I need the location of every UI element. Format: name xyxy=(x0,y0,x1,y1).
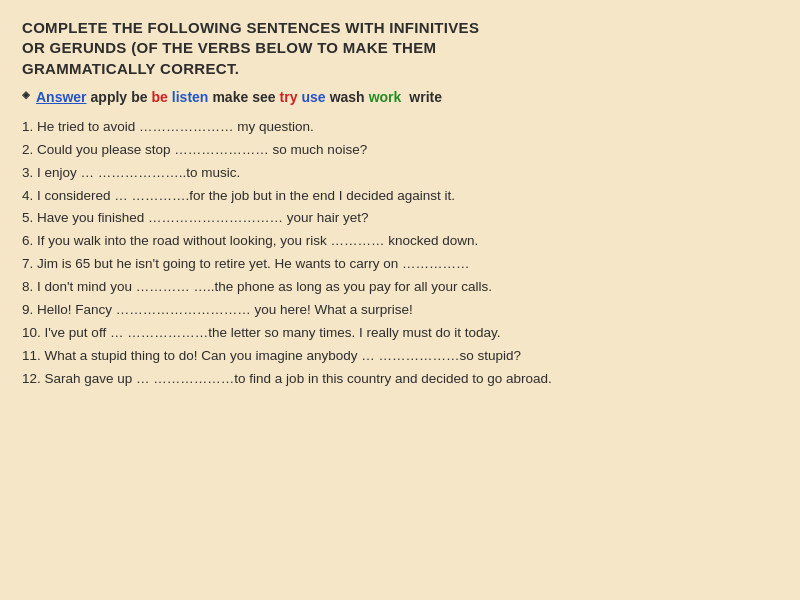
word-be1: be xyxy=(131,89,147,105)
word-try: try xyxy=(280,89,298,105)
word-see: see xyxy=(252,89,275,105)
word-be2: be xyxy=(152,89,168,105)
title-line2: OR GERUNDS (OF THE VERBS BELOW TO MAKE T… xyxy=(22,39,436,56)
list-item: 11. What a stupid thing to do! Can you i… xyxy=(22,346,778,367)
list-item: 10. I've put off … ………………the letter so m… xyxy=(22,323,778,344)
word-listen: listen xyxy=(172,89,209,105)
title-line3: GRAMMATICALLY CORRECT. xyxy=(22,60,239,77)
list-item: 4. I considered … ………….for the job but i… xyxy=(22,186,778,207)
list-item: 6. If you walk into the road without loo… xyxy=(22,231,778,252)
list-item: 9. Hello! Fancy ………………………… you here! Wha… xyxy=(22,300,778,321)
list-item: 7. Jim is 65 but he isn't going to retir… xyxy=(22,254,778,275)
list-item: 2. Could you please stop ………………… so much… xyxy=(22,140,778,161)
title-line1: COMPLETE THE FOLLOWING SENTENCES WITH IN… xyxy=(22,19,479,36)
main-container: COMPLETE THE FOLLOWING SENTENCES WITH IN… xyxy=(0,0,800,600)
title-block: COMPLETE THE FOLLOWING SENTENCES WITH IN… xyxy=(22,18,778,79)
answer-line: Answer apply be be listen make see try u… xyxy=(22,89,778,105)
word-work: work xyxy=(369,89,402,105)
list-item: 3. I enjoy … ………………..to music. xyxy=(22,163,778,184)
list-item: 5. Have you finished ………………………… your hai… xyxy=(22,208,778,229)
word-answer: Answer xyxy=(36,89,87,105)
list-item: 1. He tried to avoid ………………… my question… xyxy=(22,117,778,138)
word-use: use xyxy=(302,89,326,105)
list-item: 12. Sarah gave up … ………………to find a job … xyxy=(22,369,778,390)
word-write: write xyxy=(409,89,442,105)
sentences-block: 1. He tried to avoid ………………… my question… xyxy=(22,117,778,390)
word-make: make xyxy=(212,89,248,105)
word-wash: wash xyxy=(330,89,365,105)
list-item: 8. I don't mind you ………… …..the phone as… xyxy=(22,277,778,298)
word-apply: apply xyxy=(91,89,128,105)
